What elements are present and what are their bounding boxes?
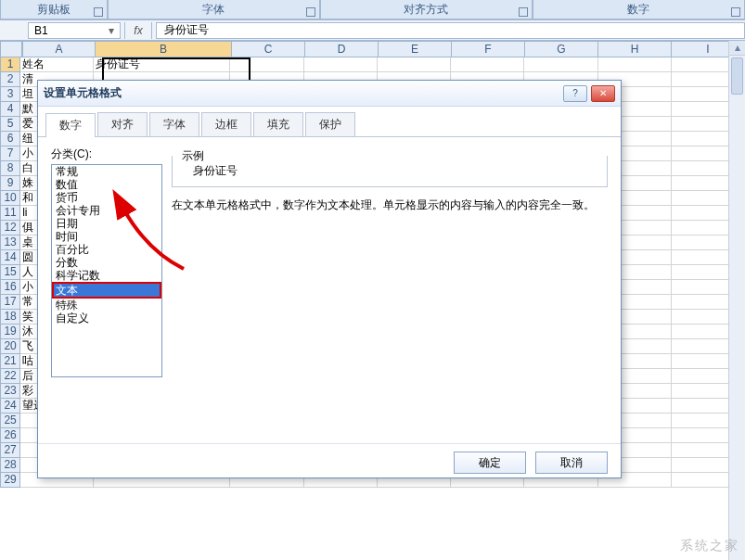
ok-button[interactable]: 确定 bbox=[454, 452, 526, 474]
row-header[interactable]: 1 bbox=[0, 57, 20, 72]
row-header[interactable]: 13 bbox=[0, 235, 20, 250]
vertical-scrollbar[interactable]: ▴ bbox=[728, 41, 745, 560]
close-button[interactable]: ✕ bbox=[591, 85, 615, 102]
column-header[interactable]: B bbox=[96, 41, 232, 57]
category-item[interactable]: 文本 bbox=[52, 282, 161, 299]
row-header[interactable]: 26 bbox=[0, 428, 20, 443]
sample-value: 身份证号 bbox=[180, 159, 599, 183]
expand-icon[interactable] bbox=[731, 7, 740, 17]
column-header[interactable]: D bbox=[305, 41, 379, 57]
expand-icon[interactable] bbox=[306, 7, 315, 17]
row-header[interactable]: 28 bbox=[0, 458, 20, 473]
category-item[interactable]: 数值 bbox=[52, 178, 161, 191]
column-header[interactable]: G bbox=[525, 41, 598, 57]
cell[interactable] bbox=[524, 57, 597, 72]
format-cells-dialog: 设置单元格格式 ? ✕ 数字对齐字体边框填充保护 分类(C): 常规数值货币会计… bbox=[37, 80, 622, 478]
row-header[interactable]: 21 bbox=[0, 354, 20, 369]
format-description: 在文本单元格格式中，数字作为文本处理。单元格显示的内容与输入的内容完全一致。 bbox=[172, 197, 608, 213]
tab-边框[interactable]: 边框 bbox=[201, 112, 251, 136]
row-header[interactable]: 4 bbox=[0, 102, 20, 117]
scroll-up-icon[interactable]: ▴ bbox=[729, 41, 745, 56]
tab-字体[interactable]: 字体 bbox=[149, 112, 199, 136]
row-header[interactable]: 3 bbox=[0, 87, 20, 102]
row-header[interactable]: 16 bbox=[0, 280, 20, 295]
row-header[interactable]: 24 bbox=[0, 399, 20, 414]
category-item[interactable]: 日期 bbox=[52, 217, 161, 230]
category-item[interactable]: 百分比 bbox=[52, 243, 161, 256]
cell[interactable] bbox=[451, 57, 524, 72]
column-header[interactable]: A bbox=[22, 41, 96, 57]
sample-box: 示例 身份证号 bbox=[172, 156, 608, 187]
ribbon-group-clipboard[interactable]: 剪贴板 bbox=[0, 0, 108, 19]
cell[interactable] bbox=[378, 57, 451, 72]
cell[interactable]: 姓名 bbox=[20, 57, 94, 72]
row-header[interactable]: 7 bbox=[0, 146, 20, 161]
cell[interactable]: 身份证号 bbox=[94, 57, 230, 72]
row-header[interactable]: 20 bbox=[0, 339, 20, 354]
row-header[interactable]: 19 bbox=[0, 325, 20, 339]
row-header[interactable]: 29 bbox=[0, 473, 20, 488]
name-box[interactable]: B1 ▾ bbox=[28, 22, 121, 39]
dialog-titlebar[interactable]: 设置单元格格式 ? ✕ bbox=[38, 81, 621, 107]
tab-对齐[interactable]: 对齐 bbox=[97, 112, 148, 136]
ribbon-group-number[interactable]: 数字 bbox=[533, 0, 745, 19]
row-header[interactable]: 25 bbox=[0, 414, 20, 428]
dialog-title: 设置单元格格式 bbox=[44, 85, 122, 101]
cancel-button[interactable]: 取消 bbox=[535, 452, 608, 474]
row-header[interactable]: 9 bbox=[0, 176, 20, 191]
row-header[interactable]: 27 bbox=[0, 443, 20, 458]
column-header[interactable]: E bbox=[379, 41, 452, 57]
cell[interactable] bbox=[598, 57, 672, 72]
category-item[interactable]: 分数 bbox=[52, 256, 161, 269]
category-item[interactable]: 常规 bbox=[52, 165, 161, 178]
ribbon-label: 数字 bbox=[627, 2, 649, 18]
row-header[interactable]: 18 bbox=[0, 310, 20, 325]
ribbon-label: 剪贴板 bbox=[37, 2, 71, 18]
tab-填充[interactable]: 填充 bbox=[253, 112, 303, 136]
column-header[interactable]: C bbox=[232, 41, 305, 57]
cell[interactable] bbox=[304, 57, 378, 72]
row-header[interactable]: 5 bbox=[0, 117, 20, 132]
category-item[interactable]: 特殊 bbox=[52, 299, 161, 312]
ribbon-label: 字体 bbox=[202, 2, 225, 18]
dropdown-icon[interactable]: ▾ bbox=[109, 24, 114, 37]
row-header[interactable]: 6 bbox=[0, 132, 20, 146]
fx-button[interactable]: fx bbox=[129, 24, 148, 37]
row-header[interactable]: 23 bbox=[0, 384, 20, 399]
row-header[interactable]: 15 bbox=[0, 265, 20, 280]
tab-保护[interactable]: 保护 bbox=[305, 112, 355, 136]
row-header[interactable]: 11 bbox=[0, 206, 20, 221]
dialog-tabs: 数字对齐字体边框填充保护 bbox=[38, 107, 621, 137]
ribbon-group-align[interactable]: 对齐方式 bbox=[320, 0, 533, 19]
cell-reference: B1 bbox=[34, 24, 48, 37]
column-header[interactable]: F bbox=[452, 41, 525, 57]
column-header[interactable]: H bbox=[598, 41, 672, 57]
category-item[interactable]: 货币 bbox=[52, 191, 161, 204]
row-header[interactable]: 17 bbox=[0, 295, 20, 310]
ribbon-group-font[interactable]: 字体 bbox=[108, 0, 320, 19]
row-header[interactable]: 8 bbox=[0, 161, 20, 176]
category-item[interactable]: 时间 bbox=[52, 230, 161, 243]
ribbon-groups: 剪贴板 字体 对齐方式 数字 bbox=[0, 0, 745, 20]
row-header[interactable]: 14 bbox=[0, 250, 20, 265]
formula-input[interactable]: 身份证号 bbox=[156, 22, 745, 39]
help-button[interactable]: ? bbox=[563, 85, 587, 102]
select-all-corner[interactable] bbox=[0, 41, 22, 57]
row-header[interactable]: 22 bbox=[0, 369, 20, 384]
ribbon-label: 对齐方式 bbox=[404, 2, 448, 18]
tab-数字[interactable]: 数字 bbox=[45, 113, 96, 137]
expand-icon[interactable] bbox=[94, 7, 103, 17]
category-item[interactable]: 科学记数 bbox=[52, 269, 161, 282]
cell[interactable] bbox=[230, 57, 303, 72]
row-header[interactable]: 2 bbox=[0, 72, 20, 87]
category-list[interactable]: 常规数值货币会计专用日期时间百分比分数科学记数文本特殊自定义 bbox=[51, 164, 162, 377]
column-headers: ABCDEFGHI bbox=[22, 41, 745, 57]
row-header[interactable]: 10 bbox=[0, 191, 20, 206]
expand-icon[interactable] bbox=[519, 7, 528, 17]
row-header[interactable]: 12 bbox=[0, 221, 20, 235]
category-label: 分类(C): bbox=[51, 146, 172, 162]
category-item[interactable]: 会计专用 bbox=[52, 204, 161, 217]
category-item[interactable]: 自定义 bbox=[52, 312, 161, 325]
formula-text: 身份证号 bbox=[164, 22, 209, 38]
scroll-thumb[interactable] bbox=[731, 57, 743, 95]
